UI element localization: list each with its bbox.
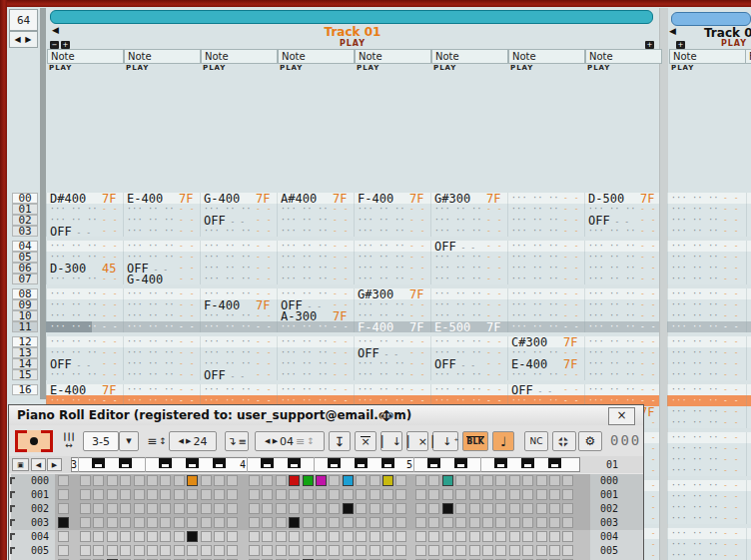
track2-add-column-button[interactable]: + xyxy=(676,41,685,49)
note-cell[interactable] xyxy=(442,475,453,486)
note-cell[interactable] xyxy=(442,503,453,514)
pattern-cell[interactable]: ··· ·· ·· - -- - xyxy=(746,299,751,310)
grid-cell[interactable] xyxy=(80,475,91,486)
pattern-cell[interactable]: ··· ·· ·· - -- - xyxy=(667,480,745,491)
push-down-button[interactable]: ▏↓ xyxy=(380,431,402,451)
pattern-cell[interactable]: ··· ·· ·· - -- - xyxy=(277,241,355,252)
push-down-add-button[interactable]: ▏↓⁺ xyxy=(432,431,458,451)
pattern-cell[interactable]: ··· ·· ·· - -- - xyxy=(746,226,751,237)
grid-cell[interactable] xyxy=(562,489,573,500)
grid-cell[interactable] xyxy=(214,517,225,528)
pattern-cell[interactable]: ··· ·· ·· - -- - xyxy=(430,310,508,321)
grid-cell[interactable] xyxy=(509,503,520,514)
note-cell[interactable] xyxy=(289,475,300,486)
grid-cell[interactable] xyxy=(174,531,185,542)
grid-cell[interactable] xyxy=(495,503,506,514)
grid-cell[interactable] xyxy=(495,475,506,486)
grid-cell[interactable] xyxy=(214,489,225,500)
pattern-cell[interactable]: ··· ·· ·· - -- - xyxy=(746,406,751,417)
grid-cell[interactable] xyxy=(201,475,212,486)
grid-cell[interactable] xyxy=(276,531,287,542)
pattern-cell[interactable]: ··· ·· ·· - -- - xyxy=(430,288,508,299)
grid-cell[interactable] xyxy=(262,545,273,556)
pattern-cell[interactable]: ··· ·· ·· - -- - xyxy=(200,241,278,252)
pattern-cell[interactable]: ··· ·· ·· - -- - xyxy=(746,465,751,476)
pattern-cell[interactable]: ··· ·· ·· - -- - xyxy=(746,310,751,321)
grid-cell[interactable] xyxy=(482,531,493,542)
pattern-cell[interactable]: ··· ·· ·· - -- - xyxy=(667,299,745,310)
grid-cell[interactable] xyxy=(214,503,225,514)
piano-roll-titlebar[interactable]: Piano Roll Editor (registered to: user_s… xyxy=(9,405,643,426)
grid-cell[interactable] xyxy=(509,489,520,500)
grid-cell[interactable] xyxy=(276,503,287,514)
black-key[interactable] xyxy=(92,458,105,468)
pattern-cell[interactable]: ··· ·· ·· - -- - xyxy=(277,204,355,215)
pattern-cell[interactable]: ··· ·· ·· - -- - xyxy=(277,384,355,395)
grid-cell[interactable] xyxy=(329,475,340,486)
grid-cell[interactable] xyxy=(134,517,145,528)
grid-cell[interactable] xyxy=(442,531,453,542)
scroll-left-button[interactable]: ◀ xyxy=(31,458,46,471)
grid-cell[interactable] xyxy=(356,531,367,542)
grid-cell[interactable] xyxy=(329,517,340,528)
grid-cell[interactable] xyxy=(329,489,340,500)
grid-cell[interactable] xyxy=(495,545,506,556)
black-key[interactable] xyxy=(213,458,226,468)
grid-cell[interactable] xyxy=(549,503,560,514)
grid-cell[interactable] xyxy=(370,489,380,500)
pattern-cell[interactable]: ··· ·· ·· - -- - xyxy=(667,215,745,226)
pattern-cell[interactable]: ··· ·· ·· - -- - xyxy=(667,226,745,237)
pattern-cell[interactable]: ··· ·· ·· - -- - xyxy=(46,274,124,284)
grid-cell[interactable] xyxy=(303,517,314,528)
pattern-cell[interactable]: ··· ·· ·· - -- - xyxy=(667,454,745,465)
grid-cell[interactable] xyxy=(428,489,439,500)
column-header[interactable]: Note xyxy=(355,49,431,64)
pattern-cell[interactable]: ··· ·· ·· - -- - xyxy=(507,252,585,263)
pattern-cell[interactable]: ··· ·· ·· - -- - xyxy=(354,336,431,347)
pattern-cell[interactable]: ··· ·· ·· - -- - xyxy=(277,347,355,358)
grid-cell[interactable] xyxy=(442,489,453,500)
grid-cell[interactable] xyxy=(58,489,69,500)
pattern-cell[interactable]: ··· ·· ·· - -- - xyxy=(507,226,585,237)
grid-cell[interactable] xyxy=(289,531,300,542)
black-key[interactable] xyxy=(494,458,507,468)
grid-cell[interactable] xyxy=(536,517,547,528)
pattern-cell[interactable]: ··· ·· ·· - -- - xyxy=(200,263,278,274)
grid-cell[interactable] xyxy=(289,503,300,514)
pattern-cell[interactable]: ··· ·· ·· - -- - xyxy=(667,406,745,417)
pattern-cell[interactable]: ··· ·· ·· - -- - xyxy=(277,369,355,380)
pattern-cell[interactable]: ··· ·· ·· - -- - xyxy=(430,347,508,358)
pattern-cell[interactable]: ··· ·· ·· - -- - xyxy=(200,358,278,369)
pattern-cell[interactable]: ··· ·· ·· - -- - xyxy=(200,226,278,237)
pattern-cell[interactable]: ··· ·· ·· - -- - xyxy=(584,310,662,321)
grid-cell[interactable] xyxy=(356,475,367,486)
grid-cell[interactable] xyxy=(562,531,573,542)
pattern-cell[interactable]: ··· ·· ·· - -- - xyxy=(667,369,745,380)
pattern-cell[interactable]: ··· ·· ·· - -- - xyxy=(667,550,745,560)
clear-column-button[interactable]: ▏× xyxy=(406,431,428,451)
pattern-cell[interactable]: ··· ·· ·· - -- - xyxy=(667,241,745,252)
pattern-cell[interactable]: ··· ·· ·· - -- - xyxy=(123,310,201,321)
pattern-cell[interactable]: ··· ·· ·· - -- - xyxy=(507,241,585,252)
grid-cell[interactable] xyxy=(382,545,393,556)
track1-add-column-button[interactable]: + xyxy=(61,41,70,49)
pattern-cell[interactable]: ··· ·· ·· - -- - xyxy=(667,432,745,443)
pattern-cell[interactable]: ··· ·· ·· - -- - xyxy=(746,193,751,204)
grid-cell[interactable] xyxy=(227,531,238,542)
pattern-cell[interactable]: ··· ·· ·· - -- - xyxy=(584,369,662,380)
pattern-cell[interactable]: ··· ·· ·· - -- - xyxy=(430,226,508,237)
column-header[interactable]: Note xyxy=(278,49,355,64)
grid-cell[interactable] xyxy=(509,517,520,528)
grid-cell[interactable] xyxy=(276,489,287,500)
grid-cell[interactable] xyxy=(562,503,573,514)
pattern-cell[interactable]: OFF - -- - xyxy=(123,263,201,274)
pattern-cell[interactable]: ··· ·· ·· - -- - xyxy=(667,347,745,358)
grid-cell[interactable] xyxy=(455,503,466,514)
grid-cell[interactable] xyxy=(382,531,393,542)
grid-cell[interactable] xyxy=(469,475,480,486)
pattern-cell[interactable]: ··· ·· ·· - -- - xyxy=(200,336,278,347)
pattern-cell[interactable]: ··· ·· ·· - -- - xyxy=(584,358,662,369)
pattern-cell[interactable]: ··· ·· ·· - -- - xyxy=(667,491,745,502)
black-key[interactable] xyxy=(119,458,132,468)
pattern-cell[interactable]: ··· ·· ·· - -- - xyxy=(46,252,124,263)
